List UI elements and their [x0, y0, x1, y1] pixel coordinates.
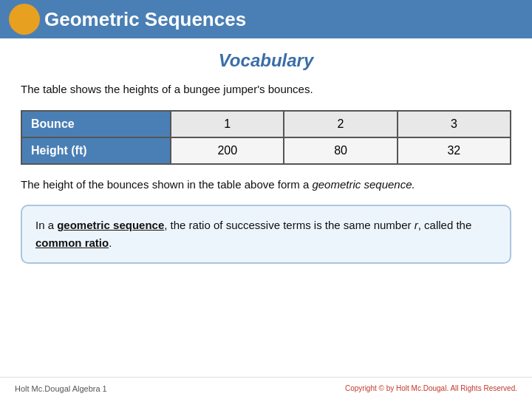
- table-cell-32: 32: [398, 137, 511, 164]
- def-prefix: In a: [35, 219, 57, 231]
- def-geo-seq: geometric sequence: [57, 219, 164, 231]
- table-cell-80: 80: [284, 137, 397, 164]
- mid-text: The height of the bounces shown in the t…: [21, 177, 511, 194]
- mid-text-italic: geometric sequence.: [312, 178, 415, 191]
- definition-box: In a geometric sequence, the ratio of su…: [21, 205, 511, 264]
- footer-bar: Holt Mc.Dougal Algebra 1 Copyright © by …: [0, 377, 532, 399]
- intro-text: The table shows the heights of a bungee …: [21, 81, 511, 98]
- def-common-ratio: common ratio: [35, 236, 109, 249]
- def-end: .: [109, 236, 112, 249]
- bounce-table: Bounce 1 2 3 Height (ft) 200 80 32: [21, 110, 511, 165]
- page-title: Geometric Sequences: [44, 8, 246, 31]
- table-cell-bounce-header: Bounce: [21, 111, 171, 137]
- def-suffix: , called the: [418, 219, 472, 231]
- main-container: Geometric Sequences Vocabulary The table…: [0, 0, 532, 399]
- table-cell-2: 2: [284, 111, 397, 137]
- header-bar: Geometric Sequences: [0, 0, 532, 38]
- table-cell-1: 1: [171, 111, 284, 137]
- footer-left: Holt Mc.Dougal Algebra 1: [15, 384, 107, 393]
- table-cell-height-header: Height (ft): [21, 137, 171, 164]
- mid-text-prefix: The height of the bounces shown in the t…: [21, 178, 312, 191]
- footer-right: Copyright © by Holt Mc.Dougal. All Right…: [345, 384, 517, 392]
- table-cell-200: 200: [171, 137, 284, 164]
- content-area: Vocabulary The table shows the heights o…: [0, 38, 532, 377]
- header-circle-icon: [9, 4, 40, 35]
- table-header-row: Bounce 1 2 3: [21, 111, 511, 137]
- def-middle: , the ratio of successive terms is the s…: [164, 219, 414, 231]
- subtitle: Vocabulary: [21, 50, 511, 71]
- table-data-row: Height (ft) 200 80 32: [21, 137, 511, 164]
- table-cell-3: 3: [398, 111, 511, 137]
